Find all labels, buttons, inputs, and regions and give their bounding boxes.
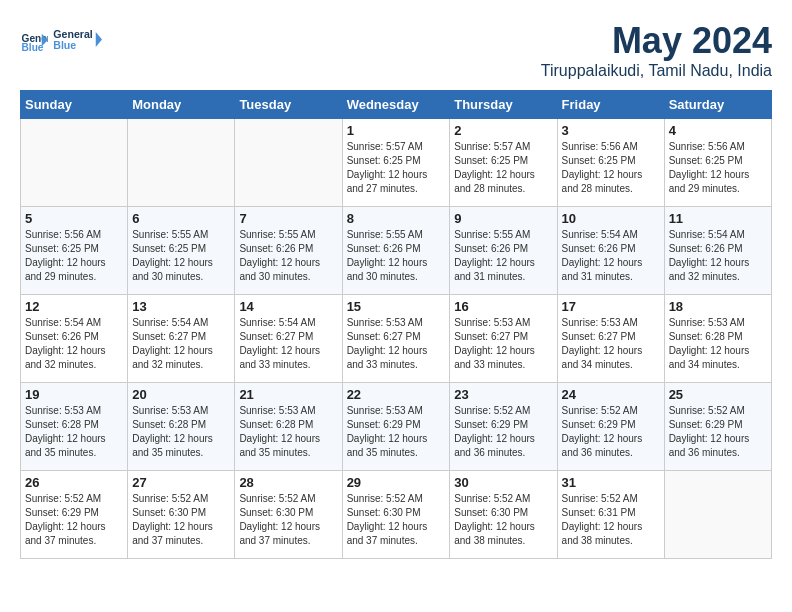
day-number: 31 <box>562 475 660 490</box>
logo-icon: General Blue <box>20 26 48 54</box>
day-info: Sunrise: 5:53 AM Sunset: 6:28 PM Dayligh… <box>132 404 230 460</box>
calendar-cell <box>664 471 771 559</box>
day-number: 27 <box>132 475 230 490</box>
day-info: Sunrise: 5:53 AM Sunset: 6:27 PM Dayligh… <box>347 316 446 372</box>
day-info: Sunrise: 5:53 AM Sunset: 6:28 PM Dayligh… <box>239 404 337 460</box>
day-info: Sunrise: 5:53 AM Sunset: 6:27 PM Dayligh… <box>562 316 660 372</box>
day-info: Sunrise: 5:52 AM Sunset: 6:29 PM Dayligh… <box>454 404 552 460</box>
calendar-cell: 31Sunrise: 5:52 AM Sunset: 6:31 PM Dayli… <box>557 471 664 559</box>
day-number: 21 <box>239 387 337 402</box>
calendar-cell: 14Sunrise: 5:54 AM Sunset: 6:27 PM Dayli… <box>235 295 342 383</box>
calendar-cell: 11Sunrise: 5:54 AM Sunset: 6:26 PM Dayli… <box>664 207 771 295</box>
day-info: Sunrise: 5:57 AM Sunset: 6:25 PM Dayligh… <box>454 140 552 196</box>
day-number: 26 <box>25 475 123 490</box>
day-number: 16 <box>454 299 552 314</box>
day-info: Sunrise: 5:52 AM Sunset: 6:30 PM Dayligh… <box>454 492 552 548</box>
logo: General Blue General Blue <box>20 20 102 60</box>
weekday-header-sunday: Sunday <box>21 91 128 119</box>
day-number: 28 <box>239 475 337 490</box>
calendar-cell: 5Sunrise: 5:56 AM Sunset: 6:25 PM Daylig… <box>21 207 128 295</box>
day-number: 8 <box>347 211 446 226</box>
day-number: 14 <box>239 299 337 314</box>
svg-text:Blue: Blue <box>22 42 44 53</box>
day-info: Sunrise: 5:52 AM Sunset: 6:29 PM Dayligh… <box>562 404 660 460</box>
calendar-cell: 22Sunrise: 5:53 AM Sunset: 6:29 PM Dayli… <box>342 383 450 471</box>
calendar-cell: 13Sunrise: 5:54 AM Sunset: 6:27 PM Dayli… <box>128 295 235 383</box>
day-number: 29 <box>347 475 446 490</box>
calendar-cell <box>21 119 128 207</box>
day-number: 19 <box>25 387 123 402</box>
week-row-2: 5Sunrise: 5:56 AM Sunset: 6:25 PM Daylig… <box>21 207 772 295</box>
calendar-cell: 16Sunrise: 5:53 AM Sunset: 6:27 PM Dayli… <box>450 295 557 383</box>
day-info: Sunrise: 5:55 AM Sunset: 6:26 PM Dayligh… <box>347 228 446 284</box>
svg-text:General: General <box>53 28 93 40</box>
calendar-cell: 20Sunrise: 5:53 AM Sunset: 6:28 PM Dayli… <box>128 383 235 471</box>
calendar-cell: 21Sunrise: 5:53 AM Sunset: 6:28 PM Dayli… <box>235 383 342 471</box>
day-number: 15 <box>347 299 446 314</box>
day-number: 9 <box>454 211 552 226</box>
day-number: 18 <box>669 299 767 314</box>
day-info: Sunrise: 5:52 AM Sunset: 6:30 PM Dayligh… <box>239 492 337 548</box>
calendar-cell: 29Sunrise: 5:52 AM Sunset: 6:30 PM Dayli… <box>342 471 450 559</box>
weekday-header-row: SundayMondayTuesdayWednesdayThursdayFrid… <box>21 91 772 119</box>
calendar-cell: 3Sunrise: 5:56 AM Sunset: 6:25 PM Daylig… <box>557 119 664 207</box>
day-number: 10 <box>562 211 660 226</box>
day-number: 6 <box>132 211 230 226</box>
weekday-header-friday: Friday <box>557 91 664 119</box>
calendar-cell: 9Sunrise: 5:55 AM Sunset: 6:26 PM Daylig… <box>450 207 557 295</box>
day-number: 1 <box>347 123 446 138</box>
calendar-cell: 24Sunrise: 5:52 AM Sunset: 6:29 PM Dayli… <box>557 383 664 471</box>
calendar-cell: 10Sunrise: 5:54 AM Sunset: 6:26 PM Dayli… <box>557 207 664 295</box>
day-info: Sunrise: 5:54 AM Sunset: 6:27 PM Dayligh… <box>239 316 337 372</box>
day-number: 2 <box>454 123 552 138</box>
weekday-header-tuesday: Tuesday <box>235 91 342 119</box>
day-info: Sunrise: 5:53 AM Sunset: 6:27 PM Dayligh… <box>454 316 552 372</box>
calendar-cell: 26Sunrise: 5:52 AM Sunset: 6:29 PM Dayli… <box>21 471 128 559</box>
calendar-cell: 1Sunrise: 5:57 AM Sunset: 6:25 PM Daylig… <box>342 119 450 207</box>
weekday-header-thursday: Thursday <box>450 91 557 119</box>
day-number: 17 <box>562 299 660 314</box>
day-number: 22 <box>347 387 446 402</box>
svg-marker-6 <box>96 32 102 47</box>
month-title: May 2024 <box>541 20 772 62</box>
day-info: Sunrise: 5:56 AM Sunset: 6:25 PM Dayligh… <box>25 228 123 284</box>
day-number: 7 <box>239 211 337 226</box>
day-info: Sunrise: 5:56 AM Sunset: 6:25 PM Dayligh… <box>669 140 767 196</box>
calendar-cell: 18Sunrise: 5:53 AM Sunset: 6:28 PM Dayli… <box>664 295 771 383</box>
calendar-cell: 19Sunrise: 5:53 AM Sunset: 6:28 PM Dayli… <box>21 383 128 471</box>
calendar-cell <box>128 119 235 207</box>
day-info: Sunrise: 5:53 AM Sunset: 6:28 PM Dayligh… <box>669 316 767 372</box>
day-info: Sunrise: 5:53 AM Sunset: 6:28 PM Dayligh… <box>25 404 123 460</box>
day-info: Sunrise: 5:54 AM Sunset: 6:27 PM Dayligh… <box>132 316 230 372</box>
day-number: 30 <box>454 475 552 490</box>
day-number: 25 <box>669 387 767 402</box>
day-number: 4 <box>669 123 767 138</box>
day-number: 3 <box>562 123 660 138</box>
day-info: Sunrise: 5:54 AM Sunset: 6:26 PM Dayligh… <box>669 228 767 284</box>
day-number: 5 <box>25 211 123 226</box>
calendar-cell <box>235 119 342 207</box>
day-info: Sunrise: 5:56 AM Sunset: 6:25 PM Dayligh… <box>562 140 660 196</box>
day-number: 24 <box>562 387 660 402</box>
week-row-3: 12Sunrise: 5:54 AM Sunset: 6:26 PM Dayli… <box>21 295 772 383</box>
location: Tiruppalaikudi, Tamil Nadu, India <box>541 62 772 80</box>
day-info: Sunrise: 5:52 AM Sunset: 6:30 PM Dayligh… <box>132 492 230 548</box>
calendar-cell: 28Sunrise: 5:52 AM Sunset: 6:30 PM Dayli… <box>235 471 342 559</box>
calendar-cell: 8Sunrise: 5:55 AM Sunset: 6:26 PM Daylig… <box>342 207 450 295</box>
calendar-cell: 2Sunrise: 5:57 AM Sunset: 6:25 PM Daylig… <box>450 119 557 207</box>
page-header: General Blue General Blue May 2024 Tirup… <box>20 20 772 80</box>
title-block: May 2024 Tiruppalaikudi, Tamil Nadu, Ind… <box>541 20 772 80</box>
day-info: Sunrise: 5:52 AM Sunset: 6:29 PM Dayligh… <box>25 492 123 548</box>
calendar-cell: 30Sunrise: 5:52 AM Sunset: 6:30 PM Dayli… <box>450 471 557 559</box>
day-number: 11 <box>669 211 767 226</box>
svg-text:Blue: Blue <box>53 39 76 51</box>
calendar-cell: 25Sunrise: 5:52 AM Sunset: 6:29 PM Dayli… <box>664 383 771 471</box>
calendar-cell: 15Sunrise: 5:53 AM Sunset: 6:27 PM Dayli… <box>342 295 450 383</box>
weekday-header-monday: Monday <box>128 91 235 119</box>
day-info: Sunrise: 5:55 AM Sunset: 6:26 PM Dayligh… <box>239 228 337 284</box>
calendar-cell: 17Sunrise: 5:53 AM Sunset: 6:27 PM Dayli… <box>557 295 664 383</box>
day-info: Sunrise: 5:55 AM Sunset: 6:25 PM Dayligh… <box>132 228 230 284</box>
day-info: Sunrise: 5:52 AM Sunset: 6:29 PM Dayligh… <box>669 404 767 460</box>
day-info: Sunrise: 5:53 AM Sunset: 6:29 PM Dayligh… <box>347 404 446 460</box>
calendar-cell: 12Sunrise: 5:54 AM Sunset: 6:26 PM Dayli… <box>21 295 128 383</box>
